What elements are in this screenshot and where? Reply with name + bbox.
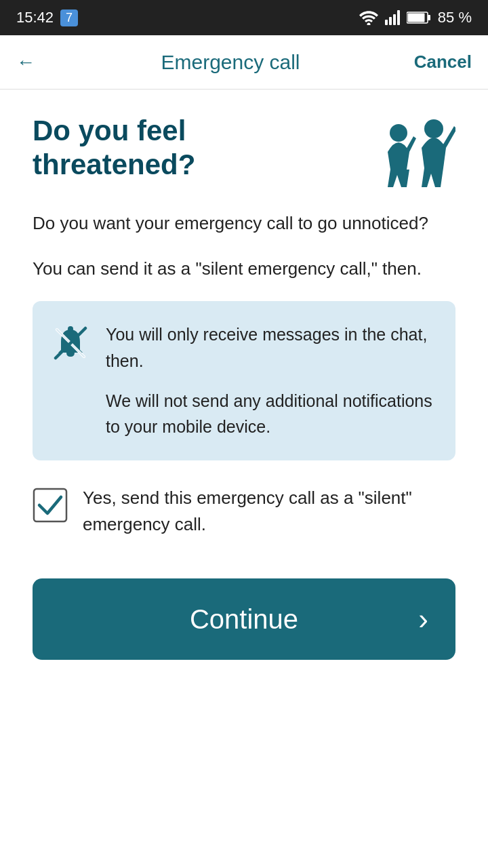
bell-muted-icon	[52, 324, 89, 365]
svg-point-8	[424, 119, 443, 138]
info-box-text: You will only receive messages in the ch…	[106, 321, 436, 440]
battery-icon	[407, 11, 431, 24]
battery-level: 85 %	[438, 9, 472, 26]
svg-point-10	[68, 326, 73, 332]
checkbox-row[interactable]: Yes, send this emergency call as a "sile…	[33, 485, 455, 538]
status-right: 85 %	[359, 9, 472, 26]
svg-rect-1	[385, 20, 388, 25]
notification-badge: 7	[60, 9, 78, 26]
app-bar: ← Emergency call Cancel	[0, 35, 488, 90]
status-left: 15:42 7	[16, 9, 78, 26]
status-bar: 15:42 7 85 %	[0, 0, 488, 35]
silent-call-checkbox[interactable]	[33, 488, 68, 526]
signal-icon	[385, 10, 400, 25]
svg-rect-4	[397, 10, 400, 25]
svg-rect-2	[389, 17, 392, 25]
svg-rect-6	[428, 15, 430, 20]
threat-icon	[367, 114, 455, 189]
main-content: Do you feel threatened? Do you want your…	[0, 90, 488, 701]
continue-label: Continue	[190, 604, 298, 635]
svg-point-9	[390, 124, 407, 142]
svg-point-0	[367, 23, 370, 26]
body-text-1: Do you want your emergency call to go un…	[33, 210, 455, 237]
app-bar-title: Emergency call	[57, 51, 404, 74]
continue-arrow-icon: ›	[418, 602, 428, 636]
hero-title: Do you feel threatened?	[33, 114, 290, 182]
info-line-2: We will not send any additional notifica…	[106, 388, 436, 441]
body-text-2: You can send it as a "silent emergency c…	[33, 256, 455, 282]
svg-rect-3	[393, 14, 396, 25]
continue-button[interactable]: Continue ›	[33, 578, 455, 660]
info-line-1: You will only receive messages in the ch…	[106, 321, 436, 374]
header-section: Do you feel threatened?	[33, 114, 455, 189]
checkbox-label: Yes, send this emergency call as a "sile…	[83, 485, 455, 538]
cancel-button[interactable]: Cancel	[404, 52, 472, 73]
info-box: You will only receive messages in the ch…	[33, 301, 455, 460]
svg-rect-7	[407, 14, 424, 22]
wifi-icon	[359, 10, 378, 25]
back-button[interactable]: ←	[16, 52, 57, 73]
status-time: 15:42	[16, 9, 54, 26]
